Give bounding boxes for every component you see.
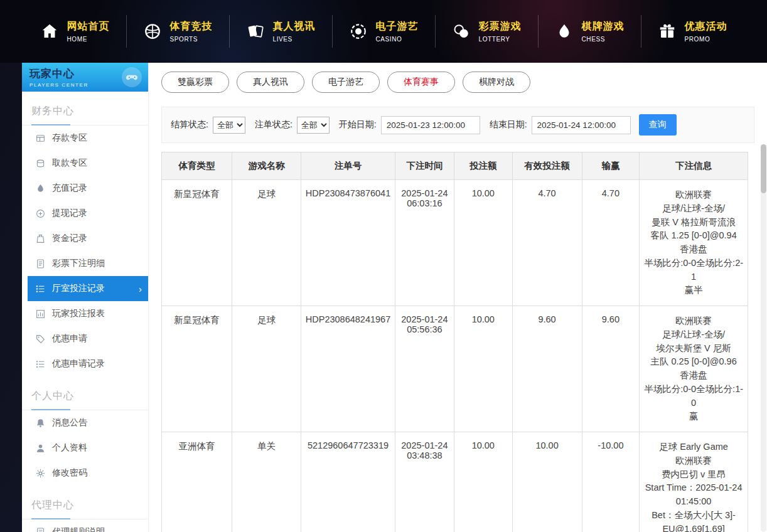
column-header: 有效投注额 bbox=[512, 152, 582, 180]
nav-label-zh: 彩票游戏 bbox=[479, 20, 522, 33]
tab-category[interactable]: 雙贏彩票 bbox=[161, 72, 229, 93]
tab-category[interactable]: 电子游艺 bbox=[312, 72, 380, 93]
column-header: 体育类型 bbox=[162, 152, 232, 180]
order-status-label: 注单状态: bbox=[255, 119, 292, 130]
nav-label-zh: 优惠活动 bbox=[685, 20, 727, 33]
sidebar-item-label: 充值记录 bbox=[52, 183, 87, 194]
sidebar-item[interactable]: 厅室投注记录› bbox=[28, 276, 148, 301]
tab-category[interactable]: 真人视讯 bbox=[237, 72, 304, 93]
sidebar-item-label: 资金记录 bbox=[52, 233, 87, 244]
column-header: 下注时间 bbox=[395, 152, 454, 180]
order-status-select[interactable]: 全部 bbox=[297, 117, 330, 134]
password-icon bbox=[36, 469, 45, 478]
nav-item-chess[interactable]: 棋牌游戏CHESS bbox=[538, 15, 641, 48]
sidebar-item[interactable]: 玩家投注报表› bbox=[28, 301, 148, 326]
tab-active[interactable]: 体育赛事 bbox=[387, 72, 455, 93]
cell-order-id: HDP2308473876041 bbox=[301, 180, 395, 306]
nav-item-home[interactable]: 网站首页HOME bbox=[24, 15, 126, 48]
sidebar-item[interactable]: 彩票下注明细› bbox=[28, 251, 148, 276]
funds-record-icon bbox=[36, 234, 45, 243]
sidebar-item-label: 取款专区 bbox=[52, 157, 87, 169]
bet-records-table: 体育类型游戏名称注单号下注时间投注额有效投注额输赢下注信息 新皇冠体育足球HDP… bbox=[161, 152, 748, 532]
sidebar-item-label: 个人资料 bbox=[52, 442, 87, 454]
sidebar-item-label: 代理规则说明 bbox=[52, 526, 105, 532]
cell-win-loss: 9.60 bbox=[582, 306, 640, 432]
column-header: 投注额 bbox=[454, 152, 512, 180]
settle-status-select[interactable]: 全部 bbox=[213, 117, 245, 134]
sidebar-item[interactable]: 提现记录› bbox=[28, 201, 148, 226]
table-row: 新皇冠体育足球HDP23084738760412025-01-24 06:03:… bbox=[162, 180, 748, 306]
message-icon bbox=[36, 418, 45, 428]
nav-label-en: CHESS bbox=[582, 36, 625, 43]
agent-rules-icon bbox=[36, 528, 45, 532]
sidebar-item[interactable]: 存款专区› bbox=[28, 125, 148, 151]
recharge-record-icon bbox=[36, 184, 45, 193]
sidebar-item-label: 厅室投注记录 bbox=[52, 283, 105, 294]
nav-item-lottery[interactable]: 彩票游戏LOTTERY bbox=[435, 15, 538, 48]
sidebar-item-label: 提现记录 bbox=[52, 208, 87, 219]
table-row: 新皇冠体育足球HDP23086482419672025-01-24 05:56:… bbox=[162, 306, 748, 432]
tab-category[interactable]: 棋牌对战 bbox=[463, 72, 530, 93]
deposit-icon bbox=[36, 134, 45, 143]
sidebar: 玩家中心 PLAYERS CENTER 财务中心存款专区›取款专区›充值记录›提… bbox=[22, 63, 149, 532]
sidebar-item[interactable]: 资金记录› bbox=[28, 226, 148, 251]
sidebar-section-title: 财务中心 bbox=[22, 99, 148, 125]
nav-label-en: CASINO bbox=[376, 36, 419, 43]
scrollbar-thumb[interactable] bbox=[761, 144, 766, 193]
cell-valid-amount: 4.70 bbox=[512, 180, 582, 306]
sidebar-item-label: 优惠申请记录 bbox=[52, 358, 105, 370]
player-report-icon bbox=[36, 309, 45, 319]
cell-bet-amount: 10.00 bbox=[454, 432, 512, 532]
sidebar-item-label: 优惠申请 bbox=[52, 333, 87, 344]
start-date-input[interactable] bbox=[381, 116, 480, 134]
cell-game: 足球 bbox=[232, 180, 301, 306]
gamepad-icon bbox=[122, 67, 142, 87]
nav-item-casino[interactable]: 电子游艺CASINO bbox=[332, 15, 435, 48]
nav-item-promo[interactable]: 优惠活动PROMO bbox=[641, 15, 744, 48]
cell-bet-time: 2025-01-24 05:56:36 bbox=[395, 306, 454, 432]
nav-item-lives[interactable]: 真人视讯LIVES bbox=[229, 15, 332, 48]
top-nav-items: 网站首页HOME体育竞技SPORTS真人视讯LIVES电子游艺CASINO彩票游… bbox=[24, 15, 744, 48]
promo-icon bbox=[658, 22, 677, 41]
lottery-bet-detail-icon bbox=[36, 259, 45, 269]
search-button[interactable]: 查询 bbox=[639, 114, 677, 136]
end-date-label: 结束日期: bbox=[490, 119, 527, 130]
sidebar-item-label: 彩票下注明细 bbox=[52, 258, 105, 269]
cell-game: 足球 bbox=[232, 306, 301, 432]
sidebar-item[interactable]: 优惠申请记录› bbox=[28, 351, 148, 376]
nav-label-en: HOME bbox=[67, 36, 110, 43]
cell-order-id: HDP2308648241967 bbox=[301, 306, 395, 432]
cell-win-loss: -10.00 bbox=[582, 432, 640, 532]
nav-item-sports[interactable]: 体育竞技SPORTS bbox=[126, 15, 229, 48]
main-content: 雙贏彩票真人视讯电子游艺体育赛事棋牌对战 结算状态: 全部 注单状态: 全部 开… bbox=[149, 63, 767, 532]
table-row: 亚洲体育单关52129606477233192025-01-24 03:48:3… bbox=[162, 432, 748, 532]
sidebar-item[interactable]: 修改密码› bbox=[28, 460, 148, 486]
room-bet-record-icon bbox=[36, 284, 45, 294]
nav-label-zh: 体育竞技 bbox=[170, 20, 213, 33]
table-scrollbar[interactable] bbox=[761, 144, 766, 532]
nav-label-en: LOTTERY bbox=[479, 36, 522, 43]
cell-valid-amount: 10.00 bbox=[512, 432, 582, 532]
sidebar-item[interactable]: 个人资料› bbox=[28, 435, 148, 460]
cell-win-loss: 4.70 bbox=[582, 180, 640, 306]
end-date-input[interactable] bbox=[532, 116, 631, 134]
start-date-label: 开始日期: bbox=[339, 119, 377, 130]
sidebar-item[interactable]: 代理规则说明› bbox=[28, 519, 148, 532]
cell-bet-amount: 10.00 bbox=[454, 180, 512, 306]
sidebar-item[interactable]: 优惠申请› bbox=[28, 326, 148, 351]
lottery-icon bbox=[452, 22, 471, 41]
sidebar-section-title: 个人中心 bbox=[22, 384, 148, 410]
sidebar-item[interactable]: 充值记录› bbox=[28, 176, 148, 201]
cell-order-id: 5212960647723319 bbox=[301, 432, 395, 532]
cell-bet-info: 欧洲联赛 足球/让球-全场/ 埃尔夫斯堡 V 尼斯 主队 0.25 [0-0]@… bbox=[640, 306, 748, 432]
sidebar-section-title: 代理中心 bbox=[22, 493, 148, 519]
sidebar-item-label: 存款专区 bbox=[52, 132, 87, 144]
cell-bet-time: 2025-01-24 06:03:16 bbox=[395, 180, 454, 306]
cell-sport: 新皇冠体育 bbox=[162, 306, 232, 432]
sidebar-item[interactable]: 消息公告› bbox=[28, 410, 148, 435]
nav-label-zh: 棋牌游戏 bbox=[582, 20, 625, 33]
settle-status-label: 结算状态: bbox=[171, 119, 208, 130]
profile-icon bbox=[36, 444, 45, 453]
sidebar-item[interactable]: 取款专区› bbox=[28, 151, 148, 176]
promo-apply-record-icon bbox=[36, 359, 45, 369]
